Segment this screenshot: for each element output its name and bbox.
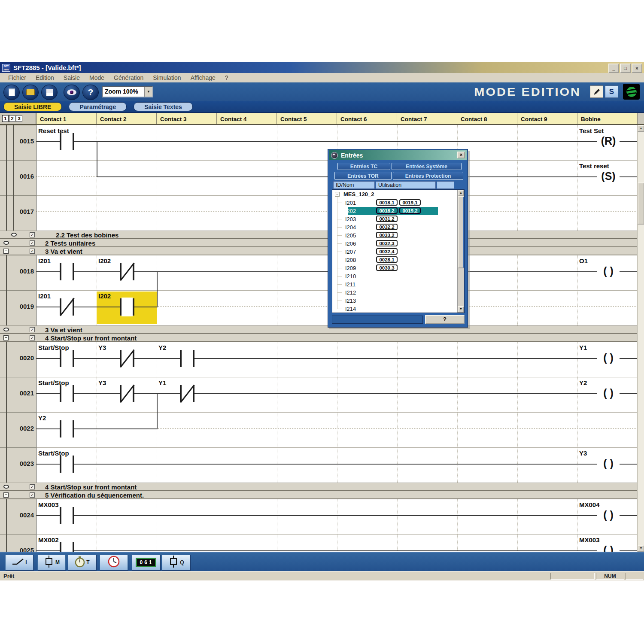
usage-ref-chip[interactable]: 0018,2 bbox=[376, 207, 398, 214]
section-end-icon[interactable] bbox=[3, 485, 9, 489]
usage-ref-chip[interactable]: 0033,2 bbox=[376, 232, 398, 238]
input-row-I202[interactable]: I2020018,20019,2 bbox=[332, 207, 464, 215]
input-row-I211[interactable]: I211 bbox=[332, 280, 464, 289]
new-file-button[interactable] bbox=[3, 85, 20, 100]
menu-mode[interactable]: Mode bbox=[85, 73, 109, 82]
section-bar[interactable]: ✓2.2 Test des bobines bbox=[0, 231, 644, 239]
input-contact-tool-button[interactable]: I bbox=[5, 555, 33, 570]
section-checkbox-icon[interactable]: ✓ bbox=[30, 335, 35, 340]
ladder-vertical-scrollbar[interactable]: ▲▼ bbox=[637, 125, 644, 552]
scroll-up-icon[interactable]: ▲ bbox=[458, 190, 464, 196]
input-row-I206[interactable]: I2060032,3 bbox=[332, 240, 464, 248]
input-row-I214[interactable]: I214 bbox=[332, 305, 464, 313]
zoom-dropdown-arrow-icon[interactable]: ▼ bbox=[144, 87, 152, 97]
menu-edition[interactable]: Edition bbox=[31, 73, 59, 82]
input-row-I204[interactable]: I2040032,2 bbox=[332, 223, 464, 231]
tree-collapse-icon[interactable]: − bbox=[335, 192, 340, 197]
section-collapse-icon[interactable]: − bbox=[3, 492, 9, 498]
section-checkbox-icon[interactable]: ✓ bbox=[30, 492, 35, 498]
view-button[interactable] bbox=[64, 85, 80, 100]
section-bar[interactable]: ✓4 Start/Stop sur front montant bbox=[0, 483, 644, 491]
scroll-down-icon[interactable]: ▼ bbox=[458, 306, 464, 313]
dialog-tab-entrées-système[interactable]: Entrées Système bbox=[392, 163, 462, 170]
section-bar[interactable]: ✓3 Va et vient bbox=[0, 325, 644, 334]
open-file-button[interactable] bbox=[22, 85, 39, 100]
rung-0018[interactable]: 0018I201I202O1( ) bbox=[0, 255, 644, 290]
rung-0017[interactable]: 0017 bbox=[0, 195, 644, 231]
input-row-I210[interactable]: I210 bbox=[332, 272, 464, 280]
restore-button[interactable]: □ bbox=[620, 64, 631, 73]
section-bar[interactable]: ✓2 Tests unitaires bbox=[0, 239, 644, 247]
output-coil-tool-button[interactable]: Q bbox=[162, 555, 190, 570]
section-end-icon[interactable] bbox=[3, 328, 9, 331]
input-row-I207[interactable]: I2070032,4 bbox=[332, 248, 464, 256]
counter-tool-button[interactable]: 061 bbox=[132, 555, 160, 570]
dialog-tab-entrées-tor[interactable]: Entrées TOR bbox=[334, 172, 392, 180]
usage-ref-chip[interactable]: 0018,1 bbox=[376, 199, 398, 206]
dialog-list-scrollbar[interactable]: ▲▼ bbox=[457, 190, 464, 313]
help-button[interactable]: ? bbox=[82, 85, 99, 100]
rung-0019[interactable]: 0019I201I202 bbox=[0, 290, 644, 325]
input-row-I209[interactable]: I2090030,3 bbox=[332, 264, 464, 272]
dialog-title-bar[interactable]: Entrées × bbox=[329, 150, 467, 160]
menu-affichage[interactable]: Affichage bbox=[186, 73, 220, 82]
minimize-button[interactable]: _ bbox=[608, 64, 619, 73]
section-checkbox-icon[interactable]: ✓ bbox=[30, 249, 35, 254]
clock-tool-button[interactable] bbox=[100, 555, 128, 570]
usage-ref-chip[interactable]: 0030,3 bbox=[376, 264, 398, 271]
usage-ref-chip[interactable]: 0019,2 bbox=[399, 207, 421, 214]
tree-root-row[interactable]: −MES_120_2 bbox=[332, 191, 464, 199]
usage-ref-chip[interactable]: 0019,1 bbox=[399, 199, 421, 206]
dialog-tab-entrées-tc[interactable]: Entrées TC bbox=[337, 163, 390, 170]
usage-ref-chip[interactable]: 0032,2 bbox=[376, 224, 398, 230]
edit-mode-button[interactable] bbox=[590, 85, 603, 98]
dialog-help-button[interactable]: ? bbox=[425, 315, 465, 324]
usage-ref-chip[interactable]: 0028,1 bbox=[376, 256, 398, 263]
input-row-I205[interactable]: I2050033,2 bbox=[332, 231, 464, 240]
scroll-up-icon[interactable]: ▲ bbox=[638, 125, 644, 132]
menu-g-n-ration[interactable]: Génération bbox=[109, 73, 148, 82]
rung-0021[interactable]: 0021Start/StopY3Y1Y2( ) bbox=[0, 377, 644, 412]
rung-0025[interactable]: 0025MX002MX003( ) bbox=[0, 534, 644, 552]
rung-0022[interactable]: 0022Y2 bbox=[0, 412, 644, 447]
simulation-mode-button[interactable]: S bbox=[605, 85, 618, 98]
view-tab-paramétrage[interactable]: Paramétrage bbox=[69, 102, 127, 111]
section-checkbox-icon[interactable]: ✓ bbox=[30, 240, 35, 246]
dialog-column-utilisation[interactable]: Utilisation bbox=[376, 181, 436, 189]
view-tab-saisie-textes[interactable]: Saisie Textes bbox=[134, 102, 193, 111]
input-row-I208[interactable]: I2080028,1 bbox=[332, 256, 464, 264]
input-row-I212[interactable]: I212 bbox=[332, 289, 464, 297]
menu-fichier[interactable]: Fichier bbox=[3, 73, 31, 82]
rung-0023[interactable]: 0023Start/StopY3( ) bbox=[0, 447, 644, 483]
usage-ref-chip[interactable]: 0032,4 bbox=[376, 248, 398, 255]
scroll-down-icon[interactable]: ▼ bbox=[638, 545, 644, 552]
timer-tool-button[interactable]: T bbox=[68, 555, 96, 570]
zoom-combobox[interactable]: Zoom 100% ▼ bbox=[102, 86, 153, 97]
ladder-canvas[interactable]: 0015Reset testTest Set(R)0016Test reset(… bbox=[0, 125, 644, 552]
section-bar[interactable]: −✓4 Start/Stop sur front montant bbox=[0, 334, 644, 342]
section-end-icon[interactable] bbox=[3, 241, 9, 245]
section-bar[interactable]: −✓3 Va et vient bbox=[0, 247, 644, 255]
save-button[interactable] bbox=[41, 85, 58, 100]
menu-?[interactable]: ? bbox=[220, 73, 233, 82]
menu-saisie[interactable]: Saisie bbox=[59, 73, 85, 82]
view-tab-saisie-libre[interactable]: Saisie LIBRE bbox=[3, 102, 62, 111]
input-row-I203[interactable]: I2030031,2 bbox=[332, 215, 464, 223]
input-row-I213[interactable]: I213 bbox=[332, 297, 464, 305]
dialog-column-id-nom[interactable]: ID/Nom bbox=[333, 181, 375, 189]
usage-ref-chip[interactable]: 0031,2 bbox=[376, 216, 398, 222]
memory-coil-tool-button[interactable]: M bbox=[37, 555, 66, 570]
rung-0024[interactable]: 0024MX003MX004( ) bbox=[0, 499, 644, 534]
dialog-tab-entrées-protection[interactable]: Entrées Protection bbox=[393, 172, 463, 180]
section-checkbox-icon[interactable]: ✓ bbox=[30, 232, 35, 237]
rung-0020[interactable]: 0020Start/StopY3Y2Y1( ) bbox=[0, 342, 644, 377]
section-checkbox-icon[interactable]: ✓ bbox=[30, 327, 35, 332]
close-button[interactable]: × bbox=[632, 64, 642, 73]
menu-simulation[interactable]: Simulation bbox=[148, 73, 185, 82]
dialog-close-button[interactable]: × bbox=[457, 152, 465, 158]
section-checkbox-icon[interactable]: ✓ bbox=[30, 484, 35, 489]
section-end-icon[interactable] bbox=[11, 233, 17, 237]
usage-ref-chip[interactable]: 0032,3 bbox=[376, 240, 398, 246]
dialog-input-list[interactable]: −MES_120_2I2010018,10019,1I2020018,20019… bbox=[332, 189, 465, 313]
section-collapse-icon[interactable]: − bbox=[3, 249, 9, 254]
